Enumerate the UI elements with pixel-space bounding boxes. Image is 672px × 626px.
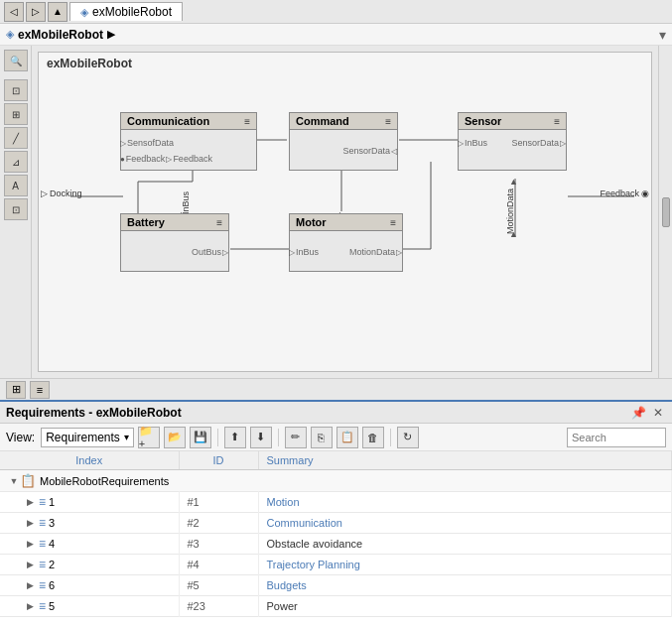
breadcrumb-expand-button[interactable]: ▾ xyxy=(659,27,666,43)
row-index-2: 4 xyxy=(49,538,55,550)
active-tab[interactable]: ◈ exMobileRobot xyxy=(69,2,183,21)
back-button[interactable]: ◁ xyxy=(4,2,24,22)
tab-icon: ◈ xyxy=(80,6,88,19)
block-battery-label: Battery xyxy=(127,216,165,228)
forward-button[interactable]: ▷ xyxy=(26,2,46,22)
view-dropdown-value: Requirements xyxy=(46,431,120,444)
new-folder-button[interactable]: 📁+ xyxy=(138,427,160,448)
block-sensor-header: Sensor ≡ xyxy=(459,113,566,130)
block-communication-icon: ≡ xyxy=(244,116,250,127)
import-button[interactable]: ⬆ xyxy=(224,427,246,448)
row-id-3: #4 xyxy=(179,555,258,575)
block-command[interactable]: Command ≡ ◁ SensorData xyxy=(289,112,398,171)
diagram-right-sidebar xyxy=(658,46,672,378)
list-view-button[interactable]: ≡ xyxy=(30,381,50,399)
requirements-panel: Requirements - exMobileRobot 📌 ✕ View: R… xyxy=(0,400,672,626)
block-communication[interactable]: Communication ≡ ▷ SensofData ● Feedback … xyxy=(120,112,257,171)
row-index-4: 6 xyxy=(49,579,55,591)
comm-port-feedback-in: ● Feedback ▷ Feedback xyxy=(120,154,212,164)
row-summary-0: Motion xyxy=(258,492,672,513)
row-icon-4: ≡ xyxy=(39,578,46,592)
open-folder-button[interactable]: 📂 xyxy=(164,427,186,448)
row-id-2: #3 xyxy=(179,534,258,555)
table-row[interactable]: ▶ ≡ 2 #4 Trajectory Planning xyxy=(0,555,672,575)
close-button[interactable]: ✕ xyxy=(650,405,666,421)
block-motor-body: ▷ InBus ▷ MotionData xyxy=(290,231,402,271)
top-bar: ◁ ▷ ▲ ◈ exMobileRobot xyxy=(0,0,672,24)
col-summary: Summary xyxy=(258,451,672,470)
view-dropdown[interactable]: Requirements ▾ xyxy=(41,428,134,447)
group-expander[interactable]: ▼ xyxy=(8,475,20,487)
export-button[interactable]: ⬇ xyxy=(250,427,272,448)
tool-line-button[interactable]: ╱ xyxy=(4,127,28,149)
block-communication-header: Communication ≡ xyxy=(121,113,256,130)
pin-button[interactable]: 📌 xyxy=(630,405,646,421)
block-command-label: Command xyxy=(296,115,349,127)
row-expander-3[interactable]: ▶ xyxy=(24,559,36,570)
row-expander-5[interactable]: ▶ xyxy=(24,600,36,612)
diagram-canvas[interactable]: exMobileRobot xyxy=(32,46,658,378)
group-row[interactable]: ▼ 📋 MobileRobotRequirements xyxy=(0,470,672,492)
row-expander-0[interactable]: ▶ xyxy=(24,496,36,508)
group-row-cell: ▼ 📋 MobileRobotRequirements xyxy=(0,470,672,492)
table-row[interactable]: ▶ ≡ 5 #23 Power xyxy=(0,596,672,617)
diagram-inner: exMobileRobot xyxy=(38,52,652,372)
table-row[interactable]: ▶ ≡ 3 #2 Communication xyxy=(0,513,672,534)
row-expander-1[interactable]: ▶ xyxy=(24,517,36,529)
resize-handle[interactable] xyxy=(662,197,670,227)
tool-block-button[interactable]: ⊞ xyxy=(4,103,28,125)
copy-button[interactable]: ⎘ xyxy=(311,427,333,448)
network-view-button[interactable]: ⊞ xyxy=(6,381,26,399)
table-row[interactable]: ▶ ≡ 1 #1 Motion xyxy=(0,492,672,513)
edit-button[interactable]: ✏ xyxy=(285,427,307,448)
toolbar-sep-2 xyxy=(278,429,279,446)
group-label: MobileRobotRequirements xyxy=(40,475,169,487)
command-port-sensordata: ◁ SensorData xyxy=(342,146,397,156)
block-battery-header: Battery ≡ xyxy=(121,214,228,231)
row-index-content: ▶ ≡ 5 xyxy=(8,599,171,613)
group-icon: 📋 xyxy=(20,473,36,488)
motiondata-arrow-up: ▲ xyxy=(509,177,518,187)
block-battery[interactable]: Battery ≡ ▷ OutBus xyxy=(120,213,229,272)
row-expander-2[interactable]: ▶ xyxy=(24,538,36,550)
docking-label: ▷ Docking xyxy=(41,188,82,198)
refresh-button[interactable]: ↻ xyxy=(397,427,419,448)
block-communication-label: Communication xyxy=(127,115,209,127)
row-index-content: ▶ ≡ 4 xyxy=(8,537,171,551)
toolbar-sep-1 xyxy=(217,429,218,446)
delete-button[interactable]: 🗑 xyxy=(362,427,384,448)
paste-button[interactable]: 📋 xyxy=(336,427,358,448)
tool-text-button[interactable]: A xyxy=(4,175,28,196)
diagram-container: 🔍 ⊡ ⊞ ╱ ⊿ A ⊡ exMobileRobot xyxy=(0,46,672,378)
zoom-in-button[interactable]: 🔍 xyxy=(4,50,28,71)
tool-select-button[interactable]: ⊡ xyxy=(4,79,28,101)
group-row-content: ▼ 📋 MobileRobotRequirements xyxy=(8,473,663,488)
sensor-port-sensordata: ▷ SensorData xyxy=(511,138,566,148)
table-row[interactable]: ▶ ≡ 6 #5 Budgets xyxy=(0,575,672,596)
motiondata-arrow-down: ▲ xyxy=(509,229,518,239)
block-motor[interactable]: Motor ≡ ▷ InBus ▷ MotionData xyxy=(289,213,403,272)
row-icon-3: ≡ xyxy=(39,558,46,571)
row-summary-1: Communication xyxy=(258,513,672,534)
block-sensor-body: ▷ InBus ▷ SensorData xyxy=(459,130,566,170)
feedback-port: ◉ xyxy=(641,188,649,198)
feedback-label: Feedback ◉ xyxy=(600,188,649,198)
comm-port-sensofdata: ▷ SensofData xyxy=(120,138,174,148)
block-sensor[interactable]: Sensor ≡ ▷ InBus ▷ SensorData xyxy=(458,112,567,171)
table-body: ▼ 📋 MobileRobotRequirements ▶ ≡ 1 xyxy=(0,470,672,617)
row-summary-5: Power xyxy=(258,596,672,617)
row-expander-4[interactable]: ▶ xyxy=(24,579,36,591)
row-index-cell: ▶ ≡ 1 xyxy=(0,492,179,513)
search-input[interactable] xyxy=(567,428,666,447)
up-button[interactable]: ▲ xyxy=(48,2,67,22)
tool-image-button[interactable]: ⊡ xyxy=(4,198,28,220)
table-row[interactable]: ▶ ≡ 4 #3 Obstacle avoidance xyxy=(0,534,672,555)
row-index-content: ▶ ≡ 3 xyxy=(8,516,171,530)
battery-port-outbus: ▷ OutBus xyxy=(192,247,228,257)
row-id-4: #5 xyxy=(179,575,258,596)
save-button[interactable]: 💾 xyxy=(190,427,211,448)
requirements-data-table: Index ID Summary ▼ 📋 MobileRobotRequirem… xyxy=(0,451,672,617)
block-communication-body: ▷ SensofData ● Feedback ▷ Feedback xyxy=(121,130,256,170)
tool-port-button[interactable]: ⊿ xyxy=(4,151,28,173)
breadcrumb-arrow: ▶ xyxy=(107,28,115,41)
